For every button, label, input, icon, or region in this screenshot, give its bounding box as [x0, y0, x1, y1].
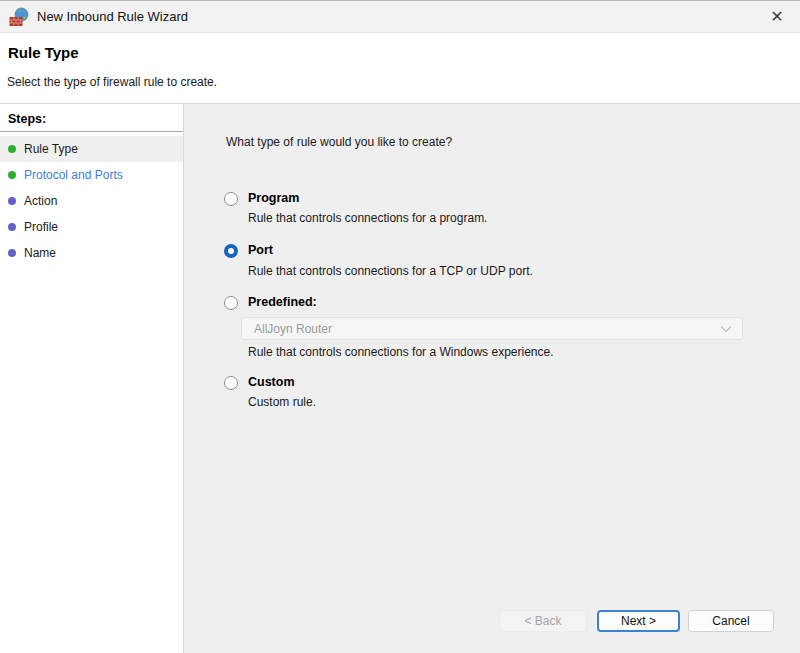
- step-label: Profile: [24, 220, 58, 234]
- radio-custom-label[interactable]: Custom: [248, 375, 295, 389]
- sidebar-item-profile: Profile: [0, 214, 183, 240]
- sidebar-item-protocol-and-ports[interactable]: Protocol and Ports: [0, 162, 183, 188]
- window-title: New Inbound Rule Wizard: [37, 9, 188, 24]
- steps-sidebar: Steps: Rule Type Protocol and Ports Acti…: [0, 104, 184, 653]
- back-button[interactable]: < Back: [499, 610, 587, 632]
- step-bullet-icon: [8, 223, 16, 231]
- step-bullet-icon: [8, 171, 16, 179]
- radio-program[interactable]: [224, 192, 238, 206]
- radio-port-label[interactable]: Port: [248, 243, 273, 257]
- step-label: Name: [24, 246, 56, 260]
- sidebar-item-name: Name: [0, 240, 183, 266]
- radio-program-description: Rule that controls connections for a pro…: [248, 211, 487, 225]
- step-bullet-icon: [8, 197, 16, 205]
- chevron-down-icon: [720, 325, 732, 333]
- titlebar: New Inbound Rule Wizard ✕: [0, 0, 800, 33]
- page-subtitle: Select the type of firewall rule to crea…: [7, 75, 217, 89]
- body-area: Steps: Rule Type Protocol and Ports Acti…: [0, 103, 800, 653]
- close-button[interactable]: ✕: [762, 3, 792, 31]
- sidebar-item-action: Action: [0, 188, 183, 214]
- predefined-rule-select-value: AllJoyn Router: [254, 322, 720, 336]
- steps-heading: Steps:: [8, 112, 46, 126]
- firewall-icon: [9, 7, 29, 27]
- steps-list: Rule Type Protocol and Ports Action Prof…: [0, 136, 183, 266]
- page-header: Rule Type Select the type of firewall ru…: [0, 33, 800, 103]
- radio-custom[interactable]: [224, 376, 238, 390]
- next-button[interactable]: Next >: [597, 610, 680, 632]
- new-inbound-rule-wizard-window: New Inbound Rule Wizard ✕ Rule Type Sele…: [0, 0, 800, 653]
- page-title: Rule Type: [8, 44, 79, 61]
- steps-divider: [0, 131, 183, 132]
- question-text: What type of rule would you like to crea…: [226, 135, 452, 149]
- radio-predefined[interactable]: [224, 296, 238, 310]
- sidebar-item-rule-type[interactable]: Rule Type: [0, 136, 183, 162]
- step-bullet-icon: [8, 145, 16, 153]
- radio-port-description: Rule that controls connections for a TCP…: [248, 264, 533, 278]
- radio-program-label[interactable]: Program: [248, 191, 299, 205]
- radio-predefined-label[interactable]: Predefined:: [248, 295, 317, 309]
- radio-custom-description: Custom rule.: [248, 395, 316, 409]
- step-label: Rule Type: [24, 142, 78, 156]
- predefined-rule-select[interactable]: AllJoyn Router: [241, 317, 743, 340]
- cancel-button[interactable]: Cancel: [688, 610, 774, 632]
- main-content: What type of rule would you like to crea…: [185, 104, 800, 653]
- step-bullet-icon: [8, 249, 16, 257]
- step-label: Protocol and Ports: [24, 168, 123, 182]
- radio-port[interactable]: [224, 244, 238, 258]
- radio-predefined-description: Rule that controls connections for a Win…: [248, 345, 554, 359]
- step-label: Action: [24, 194, 57, 208]
